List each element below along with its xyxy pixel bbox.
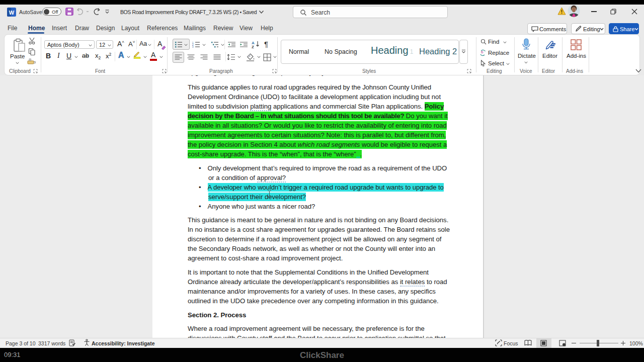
svg-text:W: W [9, 10, 15, 16]
svg-text:3: 3 [192, 46, 194, 48]
svg-text:Z: Z [252, 45, 254, 48]
